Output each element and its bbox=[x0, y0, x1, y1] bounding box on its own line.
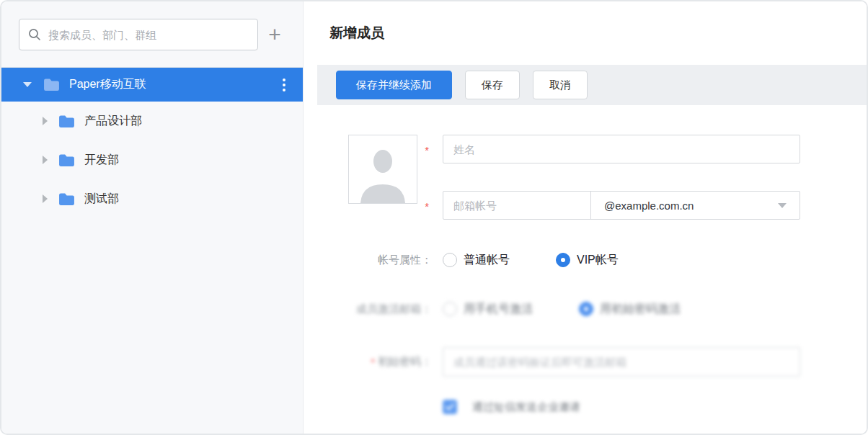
more-options-icon[interactable] bbox=[277, 79, 291, 91]
folder-icon bbox=[58, 192, 75, 206]
folder-icon bbox=[58, 115, 75, 128]
radio-vip-account[interactable]: VIP帐号 bbox=[556, 253, 619, 268]
main-header: 新增成员 bbox=[304, 1, 867, 65]
search-input[interactable] bbox=[48, 29, 249, 41]
main-panel: 新增成员 保存并继续添加 保存 取消 * * bbox=[304, 1, 867, 434]
add-button[interactable]: + bbox=[261, 21, 288, 48]
department-tree: Paper移动互联 产品设计部 开发部 bbox=[1, 68, 303, 434]
sms-invite-label: 通过短信发送企业邀请 bbox=[472, 400, 580, 414]
caret-right-icon[interactable] bbox=[43, 117, 48, 125]
tree-item-root[interactable]: Paper移动互联 bbox=[1, 68, 303, 102]
chevron-down-icon bbox=[778, 203, 787, 208]
sidebar-search-area: + bbox=[1, 1, 303, 68]
avatar-placeholder[interactable] bbox=[348, 135, 417, 204]
initial-password-label: *初始密码： bbox=[304, 355, 443, 369]
activation-row: 成员激活邮箱： 用手机号激活 用初始密码激活 bbox=[304, 295, 867, 323]
email-group: @example.com.cn bbox=[443, 191, 800, 220]
name-input[interactable] bbox=[443, 135, 800, 163]
email-domain-select[interactable]: @example.com.cn bbox=[590, 192, 800, 219]
radio-label: VIP帐号 bbox=[577, 253, 619, 268]
radio-label: 普通帐号 bbox=[464, 253, 510, 268]
toolbar: 保存并继续添加 保存 取消 bbox=[317, 65, 867, 105]
radio-icon[interactable] bbox=[443, 302, 457, 316]
member-form: * * @example.com.cn 帐号属性： bbox=[304, 105, 867, 434]
folder-icon bbox=[58, 153, 75, 167]
radio-label: 用初始密码激活 bbox=[600, 302, 681, 317]
caret-down-icon[interactable] bbox=[23, 82, 32, 87]
activation-label: 成员激活邮箱： bbox=[304, 302, 443, 316]
tree-item-label: 产品设计部 bbox=[84, 114, 142, 129]
caret-right-icon[interactable] bbox=[43, 194, 48, 203]
email-input[interactable] bbox=[443, 192, 590, 219]
radio-icon[interactable] bbox=[443, 253, 457, 267]
search-box[interactable] bbox=[19, 19, 258, 50]
search-icon bbox=[28, 28, 41, 41]
initial-password-row: *初始密码： bbox=[304, 347, 867, 377]
radio-activate-by-password[interactable]: 用初始密码激活 bbox=[579, 302, 681, 317]
tree-item-dev[interactable]: 开发部 bbox=[1, 140, 303, 179]
radio-checked-icon[interactable] bbox=[579, 302, 593, 316]
radio-checked-icon[interactable] bbox=[556, 253, 570, 267]
page-title: 新增成员 bbox=[329, 24, 867, 42]
save-button[interactable]: 保存 bbox=[465, 71, 520, 99]
app-window: + Paper移动互联 产品设计部 bbox=[0, 0, 868, 435]
tree-item-design[interactable]: 产品设计部 bbox=[1, 102, 303, 140]
tree-item-test[interactable]: 测试部 bbox=[1, 179, 303, 218]
radio-activate-by-phone[interactable]: 用手机号激活 bbox=[443, 302, 533, 317]
person-icon bbox=[355, 144, 411, 203]
tree-item-label: 测试部 bbox=[84, 192, 119, 207]
email-domain-value: @example.com.cn bbox=[604, 199, 778, 212]
account-type-row: 帐号属性： 普通帐号 VIP帐号 bbox=[304, 246, 867, 274]
sms-invite-row: 通过短信发送企业邀请 bbox=[304, 393, 867, 421]
caret-right-icon[interactable] bbox=[43, 156, 48, 164]
save-and-continue-button[interactable]: 保存并继续添加 bbox=[336, 71, 452, 99]
tree-root-label: Paper移动互联 bbox=[69, 77, 277, 92]
radio-label: 用手机号激活 bbox=[464, 302, 533, 317]
sidebar: + Paper移动互联 产品设计部 bbox=[1, 1, 304, 434]
account-type-label: 帐号属性： bbox=[304, 254, 443, 267]
tree-item-label: 开发部 bbox=[84, 153, 119, 168]
cancel-button[interactable]: 取消 bbox=[533, 71, 588, 99]
checkbox-checked-icon[interactable] bbox=[443, 400, 457, 414]
initial-password-input[interactable] bbox=[443, 347, 800, 377]
folder-icon bbox=[43, 78, 60, 91]
radio-normal-account[interactable]: 普通帐号 bbox=[443, 253, 510, 268]
